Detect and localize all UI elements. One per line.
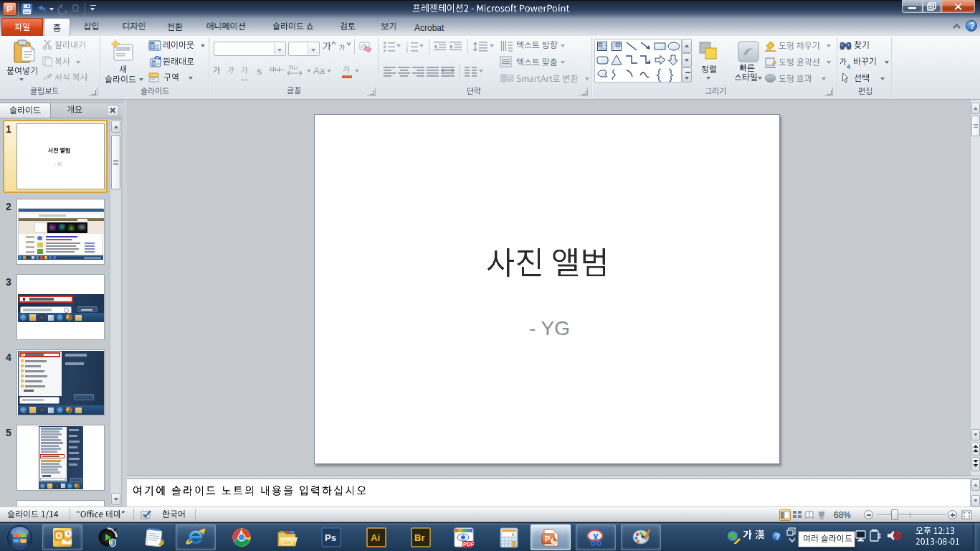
svg-text:3: 3 — [406, 49, 408, 52]
svg-text:PDF: PDF — [463, 541, 474, 547]
svg-text:O: O — [56, 531, 62, 541]
svg-text:Ps: Ps — [325, 532, 336, 543]
svg-text:Ai: Ai — [371, 532, 380, 543]
svg-text:P: P — [545, 534, 550, 543]
svg-text:Br: Br — [414, 532, 424, 543]
